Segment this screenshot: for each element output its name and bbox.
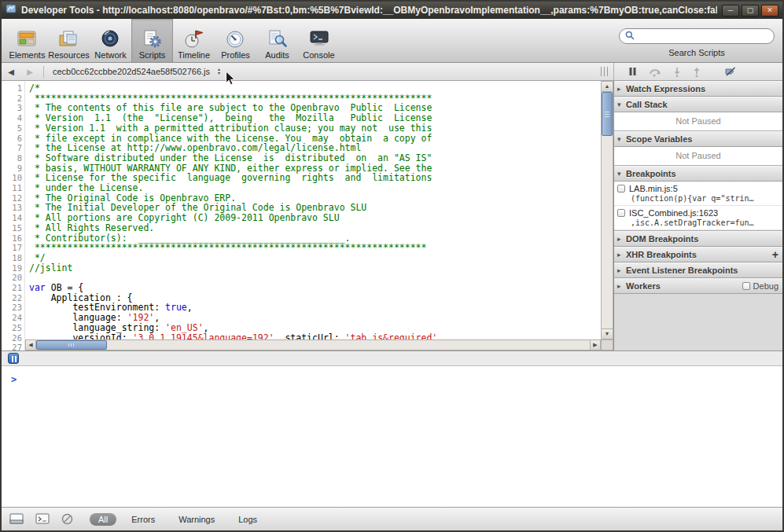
step-over-button[interactable]: [649, 67, 661, 77]
console-icon: [308, 28, 330, 50]
breakpoint-entry[interactable]: LAB.min.js:5 (function(p){var q="strin…: [614, 182, 782, 206]
forward-button[interactable]: ▶: [20, 68, 39, 76]
tab-audits[interactable]: Audits: [256, 19, 298, 62]
back-button[interactable]: ◀: [2, 68, 20, 76]
minimize-button[interactable]: ─: [722, 5, 739, 17]
line-number[interactable]: 22: [2, 293, 22, 303]
file-selector[interactable]: cecb0cc62ccbbe202d524ae58f502766.js: [53, 67, 210, 76]
line-number[interactable]: 26: [2, 333, 22, 343]
scroll-left-arrow-icon[interactable]: ◀: [26, 340, 36, 350]
devtools-app-icon: [6, 3, 17, 17]
add-xhr-breakpoint-button[interactable]: +: [772, 250, 778, 259]
section-event-listener-breakpoints[interactable]: ▸ Event Listener Breakpoints: [614, 262, 782, 278]
line-number[interactable]: 11: [2, 183, 22, 193]
line-number[interactable]: 20: [2, 273, 22, 283]
console-prompt-icon[interactable]: [35, 513, 50, 525]
disclosure-triangle-icon: ▾: [617, 135, 626, 143]
search-box[interactable]: [619, 28, 775, 44]
step-into-button[interactable]: [673, 67, 681, 77]
breakpoint-location: ISC_Combined.js:1623: [629, 208, 718, 218]
filter-errors[interactable]: Errors: [123, 513, 164, 526]
tab-console[interactable]: Console: [298, 19, 340, 62]
close-button[interactable]: ✕: [761, 5, 778, 17]
line-number[interactable]: 16: [2, 233, 22, 244]
search-input[interactable]: [639, 31, 768, 41]
disclosure-triangle-icon: ▸: [617, 282, 626, 290]
console-prompt[interactable]: >: [2, 366, 782, 385]
titlebar: Developer Tools - http://localhost:8080/…: [2, 2, 782, 19]
splitter-grip[interactable]: [601, 67, 609, 76]
step-out-button[interactable]: [693, 67, 701, 77]
maximize-button[interactable]: ▢: [742, 5, 759, 17]
pause-on-exceptions-button[interactable]: [8, 353, 19, 364]
line-number[interactable]: 8: [2, 153, 22, 163]
vertical-scrollbar[interactable]: ▲ ▼: [601, 81, 613, 339]
audits-icon: [267, 28, 288, 50]
source-editor[interactable]: 1234567891011121314151617181920212223242…: [2, 81, 601, 350]
breakpoint-snippet: ,isc.A.setDragTracker=fun…: [631, 218, 779, 228]
console-drawer[interactable]: >: [2, 366, 782, 507]
line-number[interactable]: 6: [2, 134, 22, 144]
line-number[interactable]: 17: [2, 243, 22, 253]
workers-debug-checkbox[interactable]: [742, 282, 750, 290]
line-number[interactable]: 25: [2, 323, 22, 333]
console-toggle-button[interactable]: [9, 513, 24, 525]
line-number[interactable]: 12: [2, 193, 22, 204]
filter-warnings[interactable]: Warnings: [170, 513, 223, 526]
tab-timeline[interactable]: Timeline: [173, 19, 215, 62]
disclosure-triangle-icon: ▸: [617, 85, 626, 93]
horizontal-scrollbar-thumb[interactable]: [36, 340, 107, 350]
breakpoint-checkbox[interactable]: [617, 209, 625, 217]
line-number[interactable]: 21: [2, 283, 22, 293]
filter-logs[interactable]: Logs: [230, 513, 266, 526]
breakpoint-checkbox[interactable]: [617, 185, 625, 193]
line-number[interactable]: 18: [2, 253, 22, 263]
filter-all[interactable]: All: [90, 513, 116, 526]
section-dom-breakpoints[interactable]: ▸ DOM Breakpoints: [614, 231, 782, 247]
tab-elements[interactable]: Elements: [6, 19, 48, 62]
tab-network[interactable]: Network: [90, 19, 131, 62]
section-workers[interactable]: ▸ Workers Debug: [614, 278, 782, 294]
vertical-scrollbar-thumb[interactable]: [602, 92, 613, 136]
code-lines[interactable]: /* *************************************…: [25, 81, 601, 350]
section-xhr-breakpoints[interactable]: ▸ XHR Breakpoints +: [614, 247, 782, 262]
scroll-right-arrow-icon[interactable]: ▶: [590, 340, 600, 350]
section-scope-variables[interactable]: ▾ Scope Variables: [614, 131, 782, 147]
line-number[interactable]: 2: [2, 94, 22, 104]
line-number[interactable]: 10: [2, 173, 22, 183]
line-number[interactable]: 27: [2, 343, 22, 350]
scope-variables-status: Not Paused: [614, 147, 782, 165]
workers-debug-label: Debug: [753, 281, 778, 291]
scroll-down-arrow-icon[interactable]: ▼: [602, 328, 613, 339]
line-number[interactable]: 1: [2, 83, 22, 94]
section-title: DOM Breakpoints: [626, 234, 698, 244]
line-number[interactable]: 5: [2, 123, 22, 134]
tab-profiles[interactable]: Profiles: [215, 19, 256, 62]
section-watch-expressions[interactable]: ▸ Watch Expressions: [614, 81, 782, 97]
line-number[interactable]: 19: [2, 263, 22, 273]
pause-button[interactable]: [628, 67, 637, 76]
line-number[interactable]: 23: [2, 303, 22, 313]
scripts-panel: 1234567891011121314151617181920212223242…: [2, 81, 782, 350]
disclosure-triangle-icon: ▾: [617, 101, 626, 108]
breakpoint-entry[interactable]: ISC_Combined.js:1623 ,isc.A.setDragTrack…: [614, 206, 782, 230]
line-number[interactable]: 7: [2, 143, 22, 153]
section-breakpoints[interactable]: ▾ Breakpoints: [614, 166, 782, 182]
clear-console-button[interactable]: [61, 513, 73, 525]
line-number[interactable]: 14: [2, 213, 22, 223]
line-number[interactable]: 4: [2, 113, 22, 123]
line-number[interactable]: 13: [2, 203, 22, 213]
tab-scripts[interactable]: Scripts: [131, 19, 173, 62]
deactivate-breakpoints-button[interactable]: [725, 67, 737, 76]
line-number[interactable]: 15: [2, 223, 22, 233]
line-number[interactable]: 3: [2, 103, 22, 113]
section-call-stack[interactable]: ▾ Call Stack: [614, 97, 782, 112]
horizontal-scrollbar[interactable]: ◀ ▶: [25, 339, 601, 350]
line-number[interactable]: 9: [2, 163, 22, 174]
search-icon: [625, 29, 635, 43]
tab-resources[interactable]: Resources: [48, 19, 90, 62]
editor-viewport: 1234567891011121314151617181920212223242…: [2, 81, 601, 350]
line-number[interactable]: 24: [2, 313, 22, 323]
scroll-up-arrow-icon[interactable]: ▲: [602, 82, 613, 92]
file-stepper[interactable]: ▴ ▾: [218, 68, 220, 75]
